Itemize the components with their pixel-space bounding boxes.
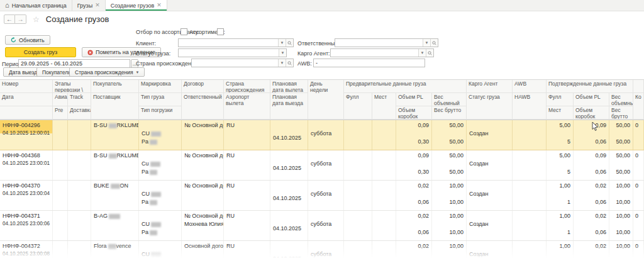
cell-contract: № Основной догово... — [182, 181, 224, 210]
col-header-responsible[interactable]: Ответственный — [182, 93, 224, 120]
close-icon[interactable]: ✕ — [157, 3, 162, 8]
cargo-type-prefix: CU — [142, 130, 150, 137]
origin-country-code: RU — [224, 122, 270, 129]
col-header-pre-vol-box[interactable]: Объем коробок — [396, 106, 432, 120]
col-header-pre-places[interactable]: Мест — [372, 93, 396, 120]
origin-country-code: RU — [224, 152, 270, 159]
buyer-name-prefix: B-SU — [94, 122, 108, 128]
chevron-down-icon[interactable]: ▼ — [278, 59, 286, 67]
close-icon[interactable]: ✕ — [95, 3, 100, 8]
col-header-buyer[interactable]: Покупатель — [91, 80, 139, 93]
chip-origin-country[interactable]: Страна происхождения▼ — [69, 67, 145, 77]
magnifier-icon[interactable] — [286, 39, 293, 47]
col-header-delivery[interactable]: Доставка — [68, 106, 91, 120]
cargo-agent-input[interactable] — [331, 49, 418, 57]
cell-cut: 0 — [633, 181, 644, 210]
conf-volume-pl: 0,02 — [574, 243, 609, 250]
title-row: ← → ☆ Создание грузов — [0, 11, 644, 28]
chip-departure-date-label: Дата выезда — [9, 69, 40, 76]
col-header-cargo-agent[interactable]: Карго Агент — [467, 80, 513, 93]
col-header-hawb[interactable]: HAWB — [513, 93, 547, 120]
table-row[interactable]: НФНФ-004296 04.10.2025 12:00:01 B-SURKLU… — [0, 120, 644, 150]
assort-filter-checkbox[interactable] — [180, 28, 187, 35]
table-row[interactable]: НФНФ-004371 04.10.2025 23:00:06 B-AG CU … — [0, 211, 644, 241]
col-header-pre-weight-gross[interactable]: Вес брутто — [432, 106, 467, 120]
chevron-down-icon[interactable]: ▼ — [279, 49, 286, 57]
col-header-plan-depart[interactable]: Плановая дата выезда — [270, 93, 308, 120]
col-header-pre-vol-pl[interactable]: Объем PL — [396, 93, 432, 106]
col-header-cargo-type[interactable]: Тип груза — [139, 93, 182, 106]
col-header-plan-flight[interactable]: Плановая дата вылета — [270, 80, 308, 93]
col-header-conf-weight-vol[interactable]: Вес объемный — [609, 93, 633, 106]
col-header-country[interactable]: Страна происхождения — [224, 80, 270, 93]
cell-conf-weight: 10,00 10,00 — [609, 181, 633, 210]
col-header-airport[interactable]: Аэропорт вылета — [224, 93, 270, 120]
table-row[interactable]: НФНФ-004372 04.10.2025 23:00:08 Floraven… — [0, 241, 644, 263]
col-header-load-type[interactable]: Тип погрузки — [139, 106, 182, 120]
col-header-supplier[interactable]: Поставщик — [91, 93, 139, 120]
col-header-pre-full[interactable]: Фулл — [344, 93, 372, 120]
pre-volume-box: 0,30 — [396, 138, 431, 145]
back-button[interactable]: ← — [4, 14, 15, 24]
col-header-number[interactable]: Номер — [0, 80, 53, 93]
col-header-conf-vol-pl[interactable]: Объем PL — [574, 93, 609, 106]
tab-cargo-creation[interactable]: Создание грузов ✕ — [106, 0, 167, 11]
chevron-down-icon[interactable]: ▼ — [278, 39, 286, 47]
chevron-down-icon[interactable]: ▼ — [418, 49, 426, 57]
forward-button[interactable]: → — [15, 14, 26, 24]
refresh-button[interactable]: Обновить — [5, 35, 50, 45]
conf-full: 1,00 — [547, 213, 573, 220]
conf-volume-box: 0,06 — [574, 229, 609, 236]
col-header-pre-weight-vol[interactable]: Вес объемный — [432, 93, 467, 106]
col-header-track[interactable]: Track — [68, 93, 91, 106]
origin-country-input[interactable] — [192, 59, 278, 67]
cell-weekday: суббота — [308, 150, 344, 180]
col-header-cut[interactable]: Ко — [633, 93, 644, 120]
responsible-name — [182, 191, 223, 198]
cargo-agent-field: ▼ — [330, 48, 434, 57]
col-header-conf-vol-box[interactable]: Объем коробок — [574, 106, 609, 120]
magnifier-icon[interactable] — [426, 49, 433, 57]
client-input[interactable] — [179, 39, 278, 47]
col-header-awb[interactable]: AWB — [513, 80, 547, 93]
tab-cargo[interactable]: Грузы ✕ — [72, 0, 106, 11]
col-header-conf-weight-gross[interactable]: Вес брутто — [609, 106, 633, 120]
col-header-conf-full[interactable]: Фулл — [547, 93, 574, 106]
status-value: Создан — [467, 221, 512, 228]
chevron-down-icon[interactable]: ▼ — [423, 39, 430, 47]
favorite-star-icon[interactable]: ☆ — [33, 15, 40, 24]
awb-input[interactable] — [314, 59, 425, 67]
cell-number: НФНФ-004371 04.10.2025 23:00:06 — [0, 211, 53, 240]
awb-label: AWB: — [297, 60, 312, 67]
table-row[interactable]: НФНФ-004370 04.10.2025 23:00:04 BUKEON C… — [0, 181, 644, 211]
conf-weight-volumetric: 50,00 — [609, 152, 633, 159]
period-input[interactable] — [19, 60, 130, 67]
col-header-confirmed-group[interactable]: Подтвержденные данные груза — [547, 80, 633, 93]
col-header-status[interactable]: Статус груза — [467, 93, 513, 120]
col-header-pre-stage[interactable]: Pre — [53, 106, 68, 120]
cell-conf-volume: 0,02 0,06 — [574, 211, 609, 240]
status-input[interactable] — [179, 49, 279, 57]
col-header-date[interactable]: Дата — [0, 93, 53, 106]
tab-home[interactable]: ⌂ Начальная страница — [0, 0, 72, 11]
table-row[interactable]: НФНФ-004368 04.10.2025 23:00:01 B-SURKLU… — [0, 150, 644, 181]
magnifier-icon[interactable] — [286, 59, 293, 67]
conf-weight-volumetric: 10,00 — [609, 182, 633, 189]
responsible-input[interactable] — [335, 39, 423, 47]
col-header-weekday[interactable]: День недели — [308, 80, 344, 120]
buyer-redaction — [108, 244, 116, 249]
create-cargo-button[interactable]: Создать груз — [5, 47, 76, 57]
magnifier-icon[interactable] — [430, 39, 438, 47]
assort-checkbox[interactable] — [217, 28, 224, 35]
weekday-value: суббота — [308, 130, 343, 137]
col-header-preliminary-group[interactable]: Предварительные данные груза — [344, 80, 467, 93]
cut-value: 0 — [633, 152, 643, 159]
cell-pre-weight: 10,00 10,00 — [432, 181, 467, 210]
col-header-conf-places[interactable]: Мест — [547, 106, 574, 120]
cell-weekday: суббота — [308, 211, 344, 240]
col-header-stages[interactable]: Этапы перевозки \ затрат — [53, 80, 91, 93]
col-header-contract[interactable]: Договор — [182, 80, 224, 93]
cut-value: 0 — [633, 243, 643, 250]
col-header-avia[interactable]: Авиа — [53, 93, 68, 106]
col-header-marking[interactable]: Маркировка — [139, 80, 182, 93]
